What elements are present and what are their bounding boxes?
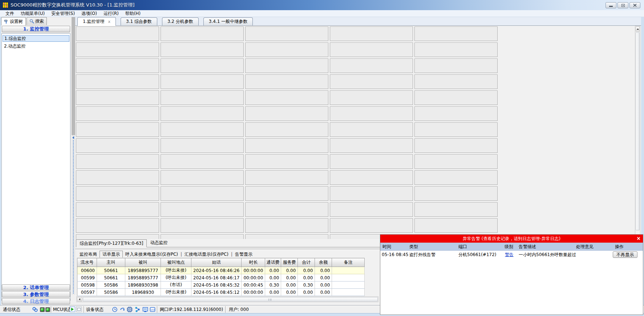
monitor-cell[interactable] [161,58,244,73]
monitor-cell[interactable] [245,58,328,73]
monitor-cell[interactable] [414,90,498,105]
monitor-cell[interactable] [76,234,159,239]
monitor-cell[interactable] [245,42,328,57]
tab-extension-params[interactable]: 3.2 分机参数 [162,17,199,25]
col-start-time[interactable]: 始话 [191,258,242,267]
monitor-cell[interactable] [161,186,244,201]
scroll-left-button[interactable] [77,297,82,301]
restore-button[interactable] [617,2,628,8]
monitor-cell[interactable] [330,154,413,169]
monitor-cell[interactable] [414,218,498,233]
monitor-cell[interactable] [414,202,498,217]
menu-run[interactable]: 运行(R) [100,10,122,17]
monitor-cell[interactable] [245,218,328,233]
col-balance[interactable]: 余额 [315,258,332,267]
monitor-cell[interactable] [245,154,328,169]
section-button-cdr[interactable]: 2. 话单管理 [2,284,70,291]
call-row[interactable]: 0059750586 18968930(呼出未接) 2024-05-16 08:… [77,289,365,296]
monitor-cell[interactable] [161,218,244,233]
monitor-cell[interactable] [76,27,159,41]
monitor-cell[interactable] [76,138,159,153]
monitor-cell[interactable] [245,234,328,239]
close-button[interactable] [629,2,640,8]
col-duration[interactable]: 时长 [242,258,265,267]
monitor-cell[interactable] [414,58,498,73]
monitor-cell[interactable] [76,122,159,137]
menu-help[interactable]: 帮助(H) [122,10,144,17]
monitor-cell[interactable] [245,106,328,121]
grid-vertical-scrollbar[interactable] [635,26,640,235]
monitor-cell[interactable] [76,58,159,73]
monitor-cell[interactable] [330,106,413,121]
display-tab-alarms[interactable]: 告警显示 [232,251,255,258]
monitor-cell[interactable] [330,202,413,217]
table-horizontal-scrollbar[interactable] [76,296,378,302]
monitor-cell[interactable] [161,234,244,239]
display-tab-layout[interactable]: 监控布局 [77,251,100,258]
monitor-cell[interactable] [76,202,159,217]
monitor-cell[interactable] [76,170,159,185]
monitor-cell[interactable] [161,27,244,41]
sidebar-tab-search[interactable]: 搜索 [27,17,47,25]
section-button-params[interactable]: 3. 参数管理 [2,291,70,297]
tab-monitor-management[interactable]: 1.监控管理x [77,17,116,26]
col-caller[interactable]: 主叫 [97,258,125,267]
minimize-button[interactable] [605,2,616,8]
monitor-cell[interactable] [161,202,244,217]
monitor-cell[interactable] [161,154,244,169]
display-tab-tandem-calls[interactable]: 汇接电话显示(仅存PC) [182,251,231,258]
col-service-fee[interactable]: 服务费 [281,258,298,267]
monitor-cell[interactable] [76,42,159,57]
monitor-cell[interactable] [414,170,498,185]
view-tab-dynamic[interactable]: 动态监控 [147,239,171,247]
monitor-cell[interactable] [414,186,498,201]
menu-security[interactable]: 安全管理(S) [48,10,78,17]
menu-function[interactable]: 功能菜单(U) [17,10,48,17]
monitor-cell[interactable] [414,27,498,41]
monitor-cell[interactable] [245,138,328,153]
monitor-cell[interactable] [330,170,413,185]
monitor-cell[interactable] [330,218,413,233]
monitor-cell[interactable] [76,74,159,89]
monitor-cell[interactable] [330,138,413,153]
monitor-cell[interactable] [330,42,413,57]
alarm-level-link[interactable]: 警告 [505,251,514,259]
section-button-logs[interactable]: 4. 日志管理 [2,298,70,304]
monitor-cell[interactable] [76,106,159,121]
display-tab-missed-calls[interactable]: 呼入未接来电显示(仅存PC) [123,251,181,258]
col-total[interactable]: 合计 [298,258,315,267]
monitor-cell[interactable] [414,42,498,57]
monitor-cell[interactable] [76,186,159,201]
monitor-cell[interactable] [245,74,328,89]
menu-options[interactable]: 选项(O) [78,10,100,17]
monitor-cell[interactable] [245,186,328,201]
call-row[interactable]: 0059850586 18968930398(市话) 2024-05-16 08… [77,281,365,289]
call-row[interactable]: 0060050661 18958895777(呼出未接) 2024-05-16 … [77,267,365,274]
monitor-cell[interactable] [414,122,498,137]
monitor-cell[interactable] [76,90,159,105]
monitor-cell[interactable] [414,154,498,169]
monitor-cell[interactable] [161,122,244,137]
menu-file[interactable]: 文件 [2,10,17,17]
monitor-cell[interactable] [414,106,498,121]
sidebar-tab-settings-tree[interactable]: 设置树 [1,17,26,25]
sidebar-splitter-handle[interactable] [72,135,75,295]
monitor-cell[interactable] [161,170,244,185]
tab-general-params[interactable]: 3.1 综合参数 [121,17,157,25]
col-callee-location[interactable]: 被叫地点 [161,258,191,267]
monitor-cell[interactable] [245,202,328,217]
col-serial[interactable]: 流水号 [77,258,97,267]
monitor-cell[interactable] [414,138,498,153]
display-tab-cdr[interactable]: 话单显示 [100,251,123,258]
monitor-cell[interactable] [161,138,244,153]
tab-close-icon[interactable]: x [108,19,110,24]
alarm-close-icon[interactable]: × [636,235,641,242]
monitor-cell[interactable] [414,74,498,89]
tree-item-dynamic-monitor[interactable]: 2.动态监控 [3,43,69,49]
dismiss-alarm-button[interactable]: 不再显示 [613,251,637,258]
monitor-cell[interactable] [330,27,413,41]
monitor-cell[interactable] [76,218,159,233]
monitor-cell[interactable] [330,186,413,201]
tree-item-comprehensive-monitor[interactable]: 1.综合监控 [3,35,69,42]
monitor-cell[interactable] [245,170,328,185]
